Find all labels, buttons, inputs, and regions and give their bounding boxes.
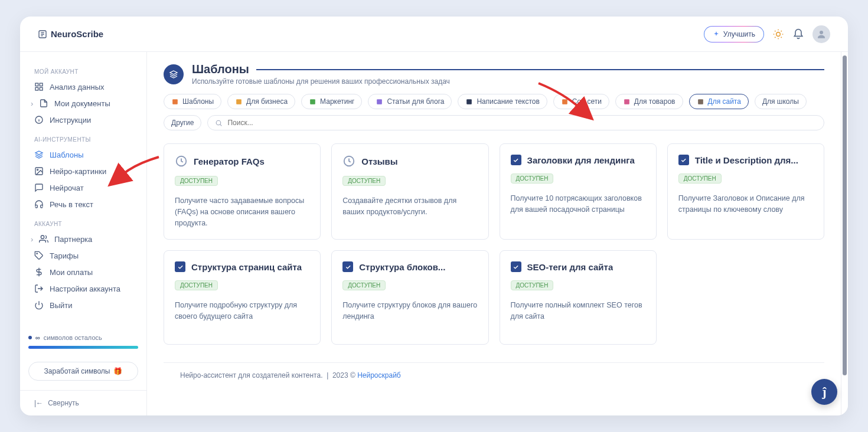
sidebar-item-label: Анализ данных [50,83,105,91]
template-card[interactable]: Структура блоков...ДОСТУПЕНПолучите стру… [331,250,488,345]
scrollbar-track[interactable]: ▲ [841,52,848,415]
dashboard-icon [34,82,44,91]
logout-icon [34,284,44,293]
sidebar-item-label: Партнерка [54,235,92,244]
footer-brand-link[interactable]: Нейроскрайб [357,371,401,379]
svg-rect-15 [377,99,383,104]
dollar-icon [34,267,44,277]
theme-toggle-icon[interactable] [772,28,784,40]
category-icon [465,98,473,106]
svg-rect-17 [562,99,567,104]
filter-chip[interactable]: Для товаров [615,94,683,109]
filter-label: Для школы [762,97,799,106]
status-badge: ДОСТУПЕН [175,280,218,290]
svg-point-9 [37,169,38,171]
filter-label: Шаблоны [182,97,214,106]
card-description: Получите часто задаваемые вопросы (FAQs)… [175,195,309,228]
card-title: Структура блоков... [359,262,445,272]
card-description: Получите полный комплект SEO тегов для с… [511,300,645,322]
sidebar-item-label: Мои документы [54,99,110,108]
sidebar-item[interactable]: Мои оплаты [28,264,138,280]
status-badge: ДОСТУПЕН [511,174,554,184]
sidebar-item[interactable]: Инструкции [28,112,138,128]
main-content: Шаблоны Используйте готовые шаблоны для … [147,52,841,415]
clock-icon [175,155,188,168]
notification-bell-icon[interactable] [792,28,804,40]
sidebar-item[interactable]: Шаблоны [28,146,138,163]
check-icon [511,261,521,272]
card-title: Структура страниц сайта [191,262,302,272]
sidebar-item[interactable]: Выйти [28,297,138,313]
document-icon [39,99,48,108]
sidebar-scroll: МОЙ АККАУНТАнализ данных›Мои документыИн… [20,61,146,327]
logo-icon [38,30,47,39]
filter-chip[interactable]: Соц.сети [553,94,609,109]
filter-label: Написание текстов [477,97,539,106]
check-icon [175,261,185,272]
usage-text: символов осталось [44,334,102,341]
usage-block: ∞ символов осталось [20,327,146,356]
clock-icon [342,155,355,168]
sidebar-footer: |← Свернуть [20,390,146,415]
collapse-button[interactable]: |← Свернуть [34,399,132,407]
filter-chip[interactable]: Для школы [755,94,807,109]
sidebar-item[interactable]: ›Партнерка [28,231,138,247]
filter-chip[interactable]: Написание текстов [458,94,547,109]
sidebar-item[interactable]: Анализ данных [28,78,138,95]
filter-label: Для товаров [634,97,676,106]
cards-grid: Генератор FAQsДОСТУПЕНПолучите часто зад… [164,143,824,345]
filter-chip[interactable]: Для бизнеса [227,94,295,109]
search-input[interactable] [227,119,817,127]
earn-label: Заработай символы [44,367,110,375]
sidebar-item[interactable]: Настройки аккаунта [28,280,138,297]
image-icon [34,166,44,176]
sidebar-item-label: Шаблоны [50,150,84,159]
template-card[interactable]: Title и Description для...ДОСТУПЕНПолучи… [667,143,824,240]
filter-chip[interactable]: Для сайта [689,94,749,109]
svg-point-1 [776,32,781,36]
sidebar-item[interactable]: ›Мои документы [28,95,138,112]
filter-label: Маркетинг [320,97,354,106]
category-icon [623,98,631,106]
filter-chip[interactable]: Шаблоны [164,94,221,109]
sidebar-item[interactable]: Речь в текст [28,196,138,212]
app-window: NeuroScribe Улучшить МОЙ АККАУНТАнализ д… [20,17,848,415]
template-card[interactable]: Заголовки для лендингаДОСТУПЕНПолучите 1… [500,143,657,240]
filter-chip[interactable]: Другие [164,115,201,130]
collapse-icon: |← [34,399,43,407]
card-description: Получите структуру блоков для вашего лен… [342,300,477,322]
card-title: Отзывы [361,156,397,166]
sidebar-section-label: AI-ИНСТРУМЕНТЫ [28,128,138,146]
search-box[interactable] [207,115,824,130]
category-icon [309,98,316,106]
rocket-icon [713,31,720,38]
filter-label: Для сайта [708,97,741,106]
upgrade-button[interactable]: Улучшить [704,26,764,42]
sidebar-item[interactable]: Тарифы [28,247,138,264]
earn-symbols-button[interactable]: Заработай символы 🎁 [28,362,138,381]
page-header: Шаблоны Используйте готовые шаблоны для … [164,63,824,86]
template-card[interactable]: Генератор FAQsДОСТУПЕНПолучите часто зад… [164,143,321,240]
template-card[interactable]: Структура страниц сайтаДОСТУПЕНПолучите … [164,250,321,345]
svg-rect-18 [624,99,629,104]
svg-rect-3 [35,83,38,86]
sidebar-item[interactable]: Нейро-картинки [28,163,138,179]
sidebar-item-label: Выйти [50,301,73,310]
template-card[interactable]: SEO-теги для сайтаДОСТУПЕНПолучите полны… [500,250,657,345]
template-card[interactable]: ОтзывыДОСТУПЕНСоздавайте десятки отзывов… [331,143,488,240]
help-fab[interactable]: ĵ [811,379,837,405]
filter-chip[interactable]: Маркетинг [301,94,362,109]
sidebar-item[interactable]: Нейрочат [28,179,138,196]
logo[interactable]: NeuroScribe [38,29,103,39]
avatar[interactable] [812,25,830,43]
svg-rect-16 [467,99,472,104]
svg-point-11 [37,253,37,254]
category-icon [561,98,569,106]
scrollbar-thumb[interactable] [843,55,847,375]
filter-chip[interactable]: Статьи для блога [368,94,452,109]
svg-rect-13 [236,99,242,104]
svg-rect-12 [172,99,178,104]
status-badge: ДОСТУПЕН [511,280,554,290]
filter-label: Для бизнеса [246,97,288,106]
headphones-icon [34,199,44,209]
